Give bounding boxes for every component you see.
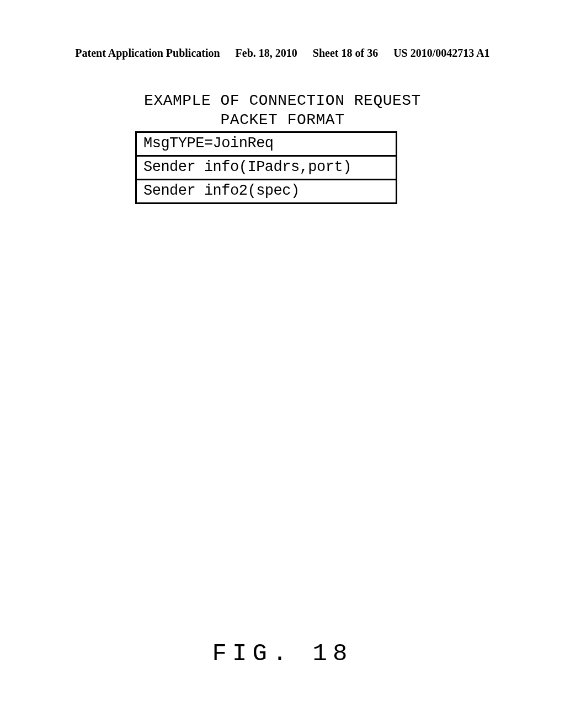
publication-number: US 2010/0042713 A1 [393,47,489,60]
page-header: Patent Application Publication Feb. 18, … [0,47,565,60]
diagram-title-line2: PACKET FORMAT [0,110,565,130]
packet-format-table: MsgTYPE=JoinReq Sender info(IPadrs,port)… [135,131,397,204]
publication-type: Patent Application Publication [75,47,220,60]
packet-row: Sender info(IPadrs,port) [137,157,396,180]
packet-row: MsgTYPE=JoinReq [137,133,396,157]
publication-date: Feb. 18, 2010 [236,47,297,60]
sheet-number: Sheet 18 of 36 [313,47,378,60]
diagram-title: EXAMPLE OF CONNECTION REQUEST PACKET FOR… [0,91,565,130]
diagram-title-line1: EXAMPLE OF CONNECTION REQUEST [0,91,565,110]
packet-row: Sender info2(spec) [137,180,396,202]
figure-label: FIG. 18 [0,640,565,667]
